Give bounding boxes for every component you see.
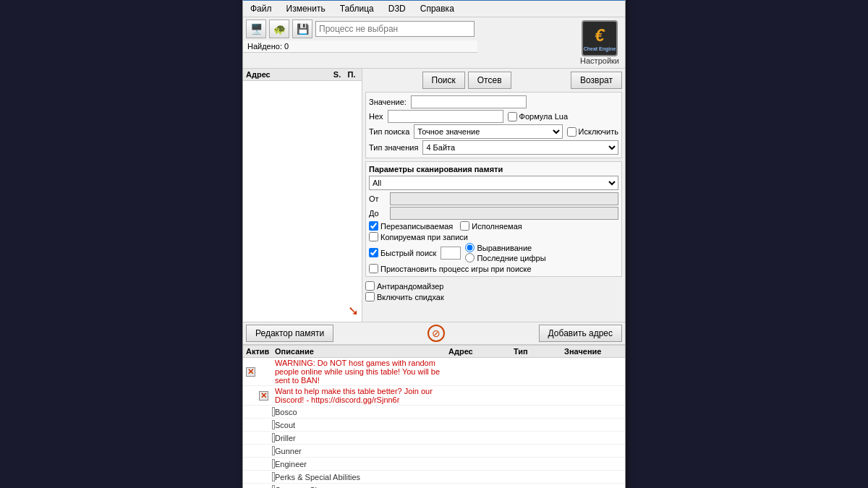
desc-cell: Driller	[275, 434, 448, 442]
table-area: Актив Описание Адрес Тип Значение ✕WARNI…	[243, 345, 625, 488]
speedhack-checkbox[interactable]	[365, 292, 375, 301]
search-panel: Поиск Отсев Возврат Значение: Hex Формул…	[362, 69, 625, 322]
search-button[interactable]: Поиск	[422, 72, 465, 89]
executable-check[interactable]: Исполняемая	[460, 221, 522, 231]
active-cell	[246, 407, 275, 416]
search-type-label: Тип поиска	[369, 127, 409, 136]
col-s: S.	[330, 70, 344, 79]
align-radio-input[interactable]	[465, 243, 475, 252]
desc-cell: Scout	[275, 421, 448, 429]
from-input[interactable]: 000000000000000	[390, 192, 618, 205]
table-row[interactable]: ✕WARNING: Do NOT host games with random …	[243, 358, 625, 386]
active-cell	[246, 446, 275, 455]
add-address-button[interactable]: Добавить адрес	[539, 325, 622, 342]
th-active: Актив	[246, 347, 275, 356]
align-radio[interactable]: Выравнивание	[465, 243, 545, 252]
scan-all-dropdown[interactable]: All	[369, 176, 618, 190]
to-input[interactable]: 00007FFFFFFFFFFF	[390, 207, 618, 220]
pause-check[interactable]: Приостановить процесс игры при поиске	[369, 264, 532, 273]
value-type-dropdown[interactable]: 4 Байта	[422, 140, 618, 155]
pause-checkbox[interactable]	[369, 264, 378, 273]
open-settings-button[interactable]: 🐢	[269, 20, 289, 38]
fast-value-input[interactable]: 4	[441, 247, 461, 260]
executable-checkbox[interactable]	[460, 221, 469, 231]
hex-input[interactable]	[388, 110, 503, 123]
menu-edit[interactable]: Изменить	[282, 2, 330, 15]
table-row[interactable]: Scout	[243, 419, 625, 432]
value-label: Значение:	[369, 98, 407, 106]
antirandom-check[interactable]: Антирандомайзер	[365, 281, 622, 291]
desc-cell: Engineer	[275, 460, 448, 468]
table-row[interactable]: Engineer	[243, 458, 625, 471]
memory-editor-button[interactable]: Редактор памяти	[246, 325, 333, 342]
copy-check[interactable]: Копируемая при записи	[369, 232, 468, 241]
address-list[interactable]	[243, 81, 362, 300]
th-addr: Адрес	[448, 347, 514, 356]
copy-checkbox[interactable]	[369, 232, 378, 241]
desc-cell: Gunner	[275, 447, 448, 455]
alignment-group: Выравнивание Последние цифры	[465, 243, 545, 262]
main-area: Адрес S. П. ➘ Поиск Отсев Возврат Значен…	[243, 69, 625, 322]
table-row[interactable]: ✕Want to help make this table better? Jo…	[243, 386, 625, 406]
process-input[interactable]	[315, 21, 475, 37]
menu-table[interactable]: Таблица	[336, 2, 378, 15]
rewrite-checkbox[interactable]	[369, 221, 378, 231]
exclude-check[interactable]: Исключить	[567, 127, 618, 137]
col-address: Адрес	[246, 70, 330, 79]
table-row[interactable]: Common Class	[243, 484, 625, 488]
last-digits-radio-input[interactable]	[465, 253, 475, 262]
search-row: Поиск Отсев Возврат	[365, 72, 622, 89]
return-button[interactable]: Возврат	[571, 72, 622, 89]
lua-checkbox[interactable]	[508, 112, 517, 121]
scan-params-title: Параметры сканирования памяти	[369, 165, 618, 174]
scan-params: Параметры сканирования памяти All От 000…	[365, 161, 622, 277]
active-cell	[246, 433, 275, 442]
options-row2: Копируемая при записи	[369, 232, 618, 241]
value-row: Значение:	[369, 95, 618, 108]
filter-button[interactable]: Отсев	[468, 72, 511, 89]
active-cell: ✕	[246, 367, 275, 377]
rewrite-check[interactable]: Перезаписываемая	[369, 221, 453, 231]
hex-label: Hex	[369, 112, 383, 121]
col-p: П.	[344, 70, 359, 79]
active-checkbox[interactable]: ✕	[246, 367, 255, 377]
ce-logo-label: Cheat Engine	[584, 46, 616, 51]
th-desc: Описание	[275, 347, 448, 356]
main-window: € Cheat Engine 7.1 – □ ✕ Файл Изменить Т…	[242, 0, 626, 488]
settings-label[interactable]: Настройки	[580, 56, 619, 65]
table-row[interactable]: Driller	[243, 432, 625, 445]
fast-search-check[interactable]: Быстрый поиск	[369, 248, 436, 257]
value-input[interactable]	[411, 95, 527, 108]
address-header: Адрес S. П.	[243, 69, 362, 81]
to-label: До	[369, 209, 387, 218]
exclude-checkbox[interactable]	[567, 127, 576, 137]
value-section: Значение: Hex Формула Lua Тип поиска Точ…	[365, 92, 622, 158]
active-cell	[246, 420, 275, 429]
table-row[interactable]: Gunner	[243, 445, 625, 458]
lua-formula-check[interactable]: Формула Lua	[508, 112, 569, 121]
antirandom-checkbox[interactable]	[365, 281, 375, 291]
table-row[interactable]: Bosco	[243, 406, 625, 419]
bottom-toolbar: Редактор памяти ⊘ Добавить адрес	[243, 322, 625, 345]
menu-d3d[interactable]: D3D	[384, 2, 410, 15]
menu-file[interactable]: Файл	[246, 2, 276, 15]
open-process-button[interactable]: 🖥️	[246, 20, 266, 38]
th-val: Значение	[564, 347, 622, 356]
desc-cell: Common Class	[275, 486, 448, 489]
search-type-dropdown[interactable]: Точное значение	[414, 124, 562, 139]
last-digits-radio[interactable]: Последние цифры	[465, 253, 545, 262]
ce-logo: € Cheat Engine	[582, 20, 618, 56]
menu-help[interactable]: Справка	[416, 2, 459, 15]
active-checkbox[interactable]: ✕	[259, 391, 268, 401]
table-row[interactable]: Perks & Special Abilities	[243, 471, 625, 484]
active-cell	[246, 459, 275, 468]
options-row1: Перезаписываемая Исполняемая	[369, 221, 618, 231]
table-header: Актив Описание Адрес Тип Значение	[243, 346, 625, 358]
th-type: Тип	[514, 347, 564, 356]
address-list-panel: Адрес S. П. ➘	[243, 69, 362, 322]
stop-icon[interactable]: ⊘	[427, 325, 445, 342]
save-button[interactable]: 💾	[292, 20, 312, 38]
fast-checkbox[interactable]	[369, 248, 378, 257]
ce-logo-symbol: €	[595, 25, 604, 46]
speedhack-check[interactable]: Включить спидхак	[365, 292, 622, 301]
